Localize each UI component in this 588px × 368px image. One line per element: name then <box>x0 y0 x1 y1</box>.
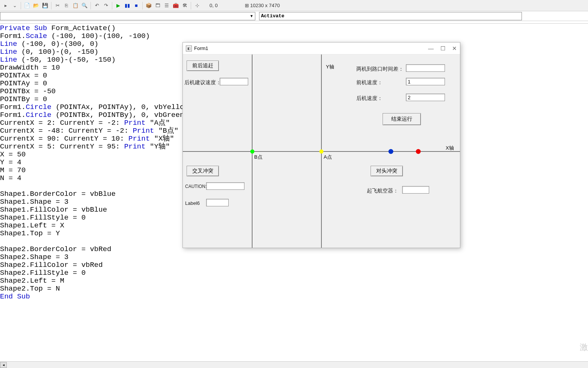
pause-icon[interactable]: ▮▮ <box>123 2 131 10</box>
rear-speed-input[interactable]: 2 <box>406 94 445 101</box>
minimize-icon[interactable]: — <box>428 45 434 52</box>
point-a-dot <box>320 150 324 154</box>
x-axis-label: X轴 <box>446 145 454 151</box>
rear-speed-label: 后机速度： <box>356 95 383 102</box>
combo-bar: ▼ Activate <box>0 11 588 21</box>
cross-conflict-button[interactable]: 交叉冲突 <box>187 166 219 176</box>
vb-form-icon: ◧ <box>186 45 192 51</box>
label6-label: Label6 <box>185 200 200 206</box>
scroll-left-icon[interactable]: ◂ <box>0 362 7 368</box>
save-icon[interactable]: 💾 <box>41 2 49 10</box>
caution-label: CAUTION: <box>185 184 207 189</box>
rear-suggest-input[interactable] <box>220 78 248 85</box>
rear-suggest-label: 后机建议速度： <box>184 79 221 86</box>
object-combo[interactable]: ▼ <box>0 12 255 20</box>
cursor-coordinates: 0, 0 <box>210 3 218 8</box>
find-icon[interactable]: 🔍 <box>80 2 89 10</box>
horizontal-scrollbar[interactable]: ◂ <box>0 361 588 368</box>
end-run-button[interactable]: 结束运行 <box>383 113 421 125</box>
shape2-red-dot <box>416 149 421 154</box>
new-icon[interactable]: 📄 <box>23 2 31 10</box>
project-icon[interactable]: 📦 <box>145 2 153 10</box>
toolbox-icon[interactable]: 🧰 <box>172 2 180 10</box>
label6-input[interactable] <box>206 199 229 206</box>
tool-pointer-icon[interactable]: ▸ <box>2 2 10 10</box>
form-size: ⊞ 10230 x 7470 <box>245 3 280 8</box>
menu-editor-icon[interactable]: ☰ <box>163 2 171 10</box>
ide-toolbar: ▸ ⌄ 📄 📂 💾 ✂ ⎘ 📋 🔍 ↶ ↷ ▶ ▮▮ ■ 📦 🗔 ☰ 🧰 🛠 ⊹… <box>0 0 588 11</box>
b-point-label: B点 <box>254 154 262 161</box>
redo-icon[interactable]: ↷ <box>102 2 110 10</box>
time-diff-input[interactable] <box>406 64 445 72</box>
chevron-down-icon: ▼ <box>250 14 253 18</box>
tools-icon[interactable]: 🛠 <box>181 2 189 10</box>
point-b-dot <box>250 150 254 154</box>
takeoff-input[interactable] <box>402 186 429 194</box>
form1-window: ◧ Form1 — ☐ ✕ Y轴 X轴 A点 B点 前后追赶 后机建议速度： 交… <box>182 42 460 248</box>
undo-icon[interactable]: ↶ <box>93 2 101 10</box>
cut-icon[interactable]: ✂ <box>53 2 62 10</box>
activate-watermark: 激 <box>580 342 588 353</box>
procedure-combo-value: Activate <box>261 13 284 19</box>
y-axis-label: Y轴 <box>326 64 334 70</box>
open-icon[interactable]: 📂 <box>32 2 40 10</box>
copy-icon[interactable]: ⎘ <box>62 2 71 10</box>
caution-input[interactable] <box>206 182 244 190</box>
form1-body: Y轴 X轴 A点 B点 前后追赶 后机建议速度： 交叉冲突 CAUTION: L… <box>183 55 460 248</box>
tool-dropdown-icon[interactable]: ⌄ <box>11 2 19 10</box>
front-speed-input[interactable]: 1 <box>406 78 445 85</box>
position-icon[interactable]: ⊹ <box>193 2 201 10</box>
paste-icon[interactable]: 📋 <box>71 2 80 10</box>
head-conflict-button[interactable]: 对头冲突 <box>371 166 403 176</box>
maximize-icon[interactable]: ☐ <box>440 45 445 52</box>
form1-titlebar[interactable]: ◧ Form1 — ☐ ✕ <box>183 42 460 55</box>
procedure-combo[interactable]: Activate <box>259 12 522 20</box>
form-icon[interactable]: 🗔 <box>154 2 162 10</box>
a-point-label: A点 <box>324 154 332 161</box>
time-diff-label: 两机到路口时间差： <box>356 66 404 73</box>
close-icon[interactable]: ✕ <box>452 45 457 52</box>
run-icon[interactable]: ▶ <box>114 2 122 10</box>
chase-button[interactable]: 前后追赶 <box>187 61 219 71</box>
shape1-blue-dot <box>388 149 393 154</box>
front-speed-label: 前机速度： <box>356 79 383 86</box>
takeoff-label: 起飞航空器： <box>367 188 398 194</box>
stop-icon[interactable]: ■ <box>132 2 140 10</box>
form1-title: Form1 <box>194 45 208 51</box>
